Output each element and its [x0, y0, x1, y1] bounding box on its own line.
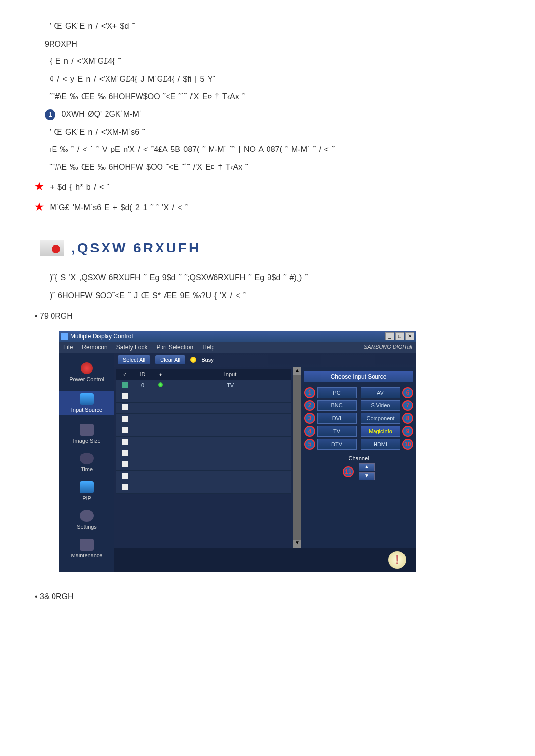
list-header: ✓ ID ● Input	[116, 369, 291, 380]
checkbox[interactable]	[122, 461, 128, 467]
sidebar-item-maintenance[interactable]: Maintenance	[59, 539, 114, 558]
power-icon	[81, 362, 93, 374]
checkbox[interactable]	[122, 404, 128, 410]
scroll-thumb[interactable]	[293, 375, 301, 540]
channel-down-button[interactable]: ▼	[359, 472, 374, 480]
callout-2: 2	[304, 400, 315, 411]
menubar: File Remocon Safety Lock Port Selection …	[59, 342, 416, 353]
menu-remocon[interactable]: Remocon	[82, 344, 107, 351]
list-row[interactable]: 0 TV	[116, 380, 291, 391]
source-svideo-button[interactable]: S-Video	[361, 400, 400, 411]
col-id: ID	[134, 369, 152, 380]
callout-9: 9	[402, 426, 413, 437]
menu-file[interactable]: File	[63, 344, 73, 351]
list-row[interactable]	[116, 391, 291, 403]
callout-7: 7	[402, 400, 413, 411]
col-input: Input	[169, 369, 291, 380]
display-list: ✓ ID ● Input 0 TV	[114, 367, 293, 548]
callout-3: 3	[304, 413, 315, 424]
time-icon	[80, 453, 94, 464]
sidebar-item-input-source[interactable]: Input Source	[59, 391, 114, 415]
source-tv-button[interactable]: TV	[317, 426, 357, 437]
statusbar	[114, 548, 416, 572]
pc-mode-label: • 3& 0RGH	[35, 592, 505, 601]
col-status: ●	[152, 369, 169, 380]
text-line: ˜"#\E ‰ ŒE ‰ 6HOHFW $OO ˜<E ˜˙˜ /'X E¤ †…	[50, 161, 505, 174]
section-title: ,QSXW 6RXUFH	[71, 240, 201, 256]
list-row[interactable]	[116, 459, 291, 471]
busy-label: Busy	[201, 357, 213, 363]
input-source-panel: Choose Input Source 1PC AV6 2BNC S-Video…	[301, 367, 416, 548]
callout-5: 5	[304, 439, 315, 450]
callout-4: 4	[304, 426, 315, 437]
image-size-icon	[80, 424, 94, 436]
source-pc-button[interactable]: PC	[317, 387, 357, 398]
list-row[interactable]	[116, 425, 291, 437]
sidebar-item-settings[interactable]: Settings	[59, 510, 114, 530]
input-icon	[80, 393, 94, 405]
status-dot-icon	[158, 382, 163, 387]
sidebar: Power Control Input Source Image Size Ti…	[59, 353, 114, 572]
window-title: Multiple Display Control	[70, 333, 133, 340]
select-all-button[interactable]: Select All	[118, 355, 150, 364]
channel-control: Channel 11 ▲ ▼	[304, 455, 413, 480]
checkbox[interactable]	[122, 427, 128, 433]
checkbox[interactable]	[122, 473, 128, 479]
list-row[interactable]	[116, 414, 291, 425]
menu-port-selection[interactable]: Port Selection	[156, 344, 193, 351]
checkbox[interactable]	[122, 393, 128, 399]
text-line: ¢ / < y E n / <'XM˙G£4{ J M˙G£4{ / $fi |…	[50, 73, 505, 86]
list-row[interactable]	[116, 471, 291, 482]
callout-10: 10	[402, 439, 413, 450]
row-id: 0	[134, 382, 152, 388]
callout-11: 11	[343, 466, 354, 477]
maximize-button[interactable]: □	[395, 332, 404, 340]
scroll-down-button[interactable]: ▼	[293, 540, 301, 548]
clear-all-button[interactable]: Clear All	[155, 355, 185, 364]
text-line: )˜{ S 'X ,QSXW 6RXUFH ˜ Eg 9$d ˜ ˜;QSXW6…	[50, 271, 505, 284]
list-row[interactable]	[116, 448, 291, 459]
bullet-icon: 1	[45, 109, 55, 120]
source-bnc-button[interactable]: BNC	[317, 400, 357, 411]
tv-mode-label: • 79 0RGH	[35, 312, 505, 321]
callout-8: 8	[402, 413, 413, 424]
star-icon: ★	[35, 181, 44, 192]
close-button[interactable]: ✕	[405, 332, 414, 340]
app-icon	[61, 333, 68, 340]
channel-up-button[interactable]: ▲	[359, 463, 374, 471]
source-av-button[interactable]: AV	[361, 387, 400, 398]
app-window: Multiple Display Control _ □ ✕ File Remo…	[59, 331, 416, 572]
source-dvi-button[interactable]: DVI	[317, 413, 357, 424]
checkbox[interactable]	[122, 382, 128, 388]
minimize-button[interactable]: _	[385, 332, 394, 340]
scroll-up-button[interactable]: ▲	[293, 367, 301, 375]
channel-label: Channel	[304, 455, 413, 461]
source-magicinfo-button[interactable]: MagicInfo	[361, 426, 400, 437]
sidebar-item-power[interactable]: Power Control	[59, 362, 114, 382]
busy-indicator-icon	[190, 357, 196, 363]
list-row[interactable]	[116, 437, 291, 448]
brand-label: SAMSUNG DIGITall	[364, 344, 412, 351]
checkbox[interactable]	[122, 450, 128, 456]
list-row[interactable]	[116, 403, 291, 414]
star-icon: ★	[35, 202, 44, 212]
source-component-button[interactable]: Component	[361, 413, 400, 424]
panel-title: Choose Input Source	[304, 371, 413, 382]
menu-help[interactable]: Help	[202, 344, 214, 351]
checkbox[interactable]	[122, 439, 128, 445]
menu-safety-lock[interactable]: Safety Lock	[116, 344, 148, 351]
list-scrollbar[interactable]: ▲ ▼	[293, 367, 301, 548]
pip-icon	[80, 481, 94, 493]
sidebar-item-pip[interactable]: PIP	[59, 481, 114, 501]
text-line: ' Œ GK˙E n / <'XM-M˙s6 ˜	[50, 126, 505, 139]
list-row[interactable]	[116, 482, 291, 494]
warning-icon	[388, 551, 406, 569]
sidebar-item-time[interactable]: Time	[59, 453, 114, 472]
source-dtv-button[interactable]: DTV	[317, 439, 357, 450]
sidebar-item-image-size[interactable]: Image Size	[59, 424, 114, 444]
mute-label: 0XWH ØQ' 2GK˙M-M˙	[61, 110, 142, 118]
checkbox[interactable]	[122, 484, 128, 490]
window-titlebar: Multiple Display Control _ □ ✕	[59, 331, 416, 342]
checkbox[interactable]	[122, 416, 128, 422]
source-hdmi-button[interactable]: HDMI	[361, 439, 400, 450]
